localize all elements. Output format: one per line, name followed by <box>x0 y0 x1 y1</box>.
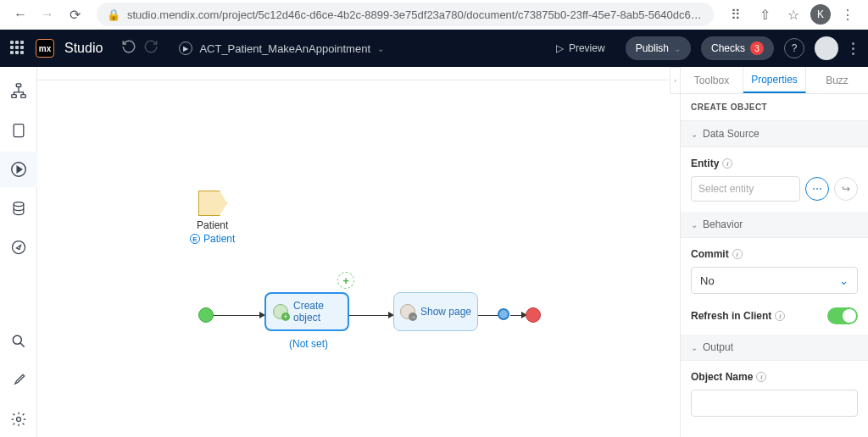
entity-select-field[interactable]: Select entity <box>691 176 800 202</box>
svg-point-7 <box>13 335 21 344</box>
sidebar-theme[interactable] <box>0 362 37 398</box>
commit-select[interactable]: No⌄ <box>691 267 858 294</box>
parameter-node[interactable]: Patient E Patient <box>190 191 235 245</box>
commit-label: Commiti <box>691 248 858 260</box>
flow-connector <box>349 315 393 316</box>
info-icon[interactable]: i <box>756 372 766 382</box>
translate-icon[interactable]: ⠿ <box>724 3 748 26</box>
svg-point-5 <box>14 202 24 207</box>
section-data-source[interactable]: ⌄Data Source <box>681 121 868 147</box>
canvas[interactable]: › Patient E Patient Create object (Not s… <box>37 67 680 437</box>
publish-button[interactable]: Publish⌄ <box>626 36 691 60</box>
chevron-down-icon: ⌄ <box>839 274 849 287</box>
apps-grid-icon[interactable] <box>10 41 25 56</box>
svg-rect-3 <box>14 124 24 137</box>
checks-count-badge: 3 <box>750 41 764 55</box>
lock-icon: 🔒 <box>107 8 120 21</box>
sidebar-settings[interactable] <box>0 401 37 437</box>
svg-point-8 <box>16 418 20 422</box>
flow-connector <box>478 315 498 316</box>
chevron-down-icon: ⌄ <box>691 130 698 139</box>
sidebar-microflows[interactable] <box>0 152 37 187</box>
svg-rect-1 <box>11 95 16 98</box>
preview-button[interactable]: ▷Preview <box>546 36 615 60</box>
object-name-label: Object Namei <box>691 371 858 383</box>
create-object-activity[interactable]: Create object <box>264 292 349 331</box>
help-button[interactable]: ? <box>784 38 804 58</box>
panel-title: CREATE OBJECT <box>681 94 868 121</box>
object-name-input[interactable] <box>691 390 858 417</box>
add-activity-button[interactable]: + <box>337 272 354 289</box>
create-object-icon <box>273 304 288 319</box>
sidebar-data[interactable] <box>0 191 37 226</box>
info-icon[interactable]: i <box>722 158 732 169</box>
svg-rect-2 <box>20 95 25 98</box>
undo-button[interactable] <box>121 39 136 58</box>
entity-browse-button[interactable]: ⋯ <box>805 177 829 201</box>
tab-buzz[interactable]: Buzz <box>806 67 868 93</box>
url-text: studio.mendix.com/project/5c12d46c-d6ce-… <box>127 8 704 21</box>
collapse-panel-button[interactable]: › <box>670 67 680 94</box>
parameter-icon <box>198 191 227 216</box>
browser-chrome: ← → ⟳ 🔒 studio.mendix.com/project/5c12d4… <box>0 0 868 30</box>
parameter-name: Patient <box>197 219 228 231</box>
studio-label: Studio <box>64 41 103 56</box>
info-icon[interactable]: i <box>775 311 785 321</box>
sidebar-navigation[interactable] <box>0 230 37 265</box>
more-menu-icon[interactable] <box>849 39 858 58</box>
sidebar-pages[interactable] <box>0 113 37 148</box>
mendix-logo[interactable]: mx <box>36 39 54 58</box>
app-topbar: mx Studio ▶ ACT_Patient_MakeAnAppointmen… <box>0 30 868 67</box>
activity-label: Create object <box>293 300 341 324</box>
entity-goto-button[interactable]: ↪ <box>834 177 858 201</box>
checks-button[interactable]: Checks3 <box>701 36 774 60</box>
parameter-type: E Patient <box>190 233 235 245</box>
start-event[interactable] <box>198 307 214 323</box>
share-icon[interactable]: ⇧ <box>753 3 776 26</box>
refresh-toggle[interactable] <box>827 307 858 324</box>
left-sidebar <box>0 67 37 437</box>
chevron-down-icon: ⌄ <box>691 220 698 230</box>
profile-avatar[interactable]: K <box>810 4 831 25</box>
chrome-menu-icon[interactable]: ⋮ <box>836 3 860 26</box>
sequence-connector[interactable] <box>498 308 509 320</box>
breadcrumb-label: ACT_Patient_MakeAnAppointment <box>199 42 370 55</box>
not-set-label: (Not set) <box>289 338 328 350</box>
section-behavior[interactable]: ⌄Behavior <box>681 212 868 238</box>
redo-button[interactable] <box>143 39 159 58</box>
tab-properties[interactable]: Properties <box>743 67 806 93</box>
info-icon[interactable]: i <box>732 249 743 259</box>
chevron-down-icon: ⌄ <box>674 44 681 53</box>
section-output[interactable]: ⌄Output <box>681 335 868 361</box>
properties-panel: › Toolbox Properties Buzz CREATE OBJECT … <box>680 67 868 437</box>
flow-connector <box>214 315 264 316</box>
chevron-down-icon: ⌄ <box>691 343 698 352</box>
entity-badge-icon: E <box>190 234 200 244</box>
chevron-down-icon: ⌄ <box>377 44 384 53</box>
show-page-icon <box>400 304 415 319</box>
address-bar[interactable]: 🔒 studio.mendix.com/project/5c12d46c-d6c… <box>97 3 714 26</box>
breadcrumb[interactable]: ▶ ACT_Patient_MakeAnAppointment ⌄ <box>179 41 384 55</box>
svg-point-6 <box>12 241 25 254</box>
activity-label: Show page <box>420 306 471 318</box>
star-icon[interactable]: ☆ <box>782 3 805 26</box>
svg-rect-0 <box>16 84 21 87</box>
tab-toolbox[interactable]: Toolbox <box>681 67 743 93</box>
forward-button[interactable]: → <box>36 3 59 26</box>
sidebar-search[interactable] <box>0 324 37 359</box>
user-avatar[interactable] <box>815 36 838 60</box>
play-icon: ▶ <box>179 41 192 55</box>
play-icon: ▷ <box>556 42 564 54</box>
back-button[interactable]: ← <box>8 3 32 26</box>
show-page-activity[interactable]: Show page <box>393 292 478 331</box>
end-event[interactable] <box>526 307 541 323</box>
refresh-label: Refresh in Clienti <box>691 310 785 322</box>
reload-button[interactable]: ⟳ <box>63 3 86 26</box>
entity-label: Entityi <box>691 158 858 169</box>
sidebar-domain-model[interactable] <box>0 74 37 109</box>
